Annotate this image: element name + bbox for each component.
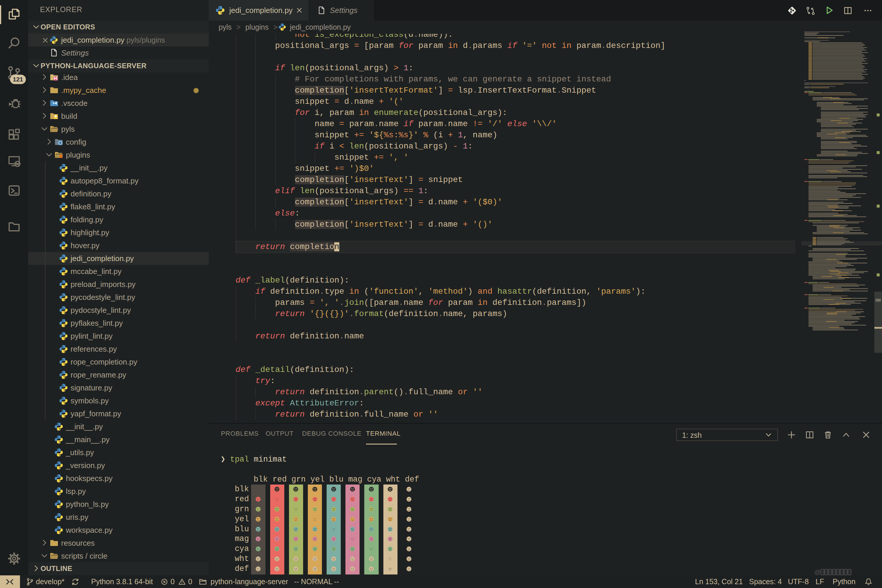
svg-text:@: @: [814, 568, 820, 575]
